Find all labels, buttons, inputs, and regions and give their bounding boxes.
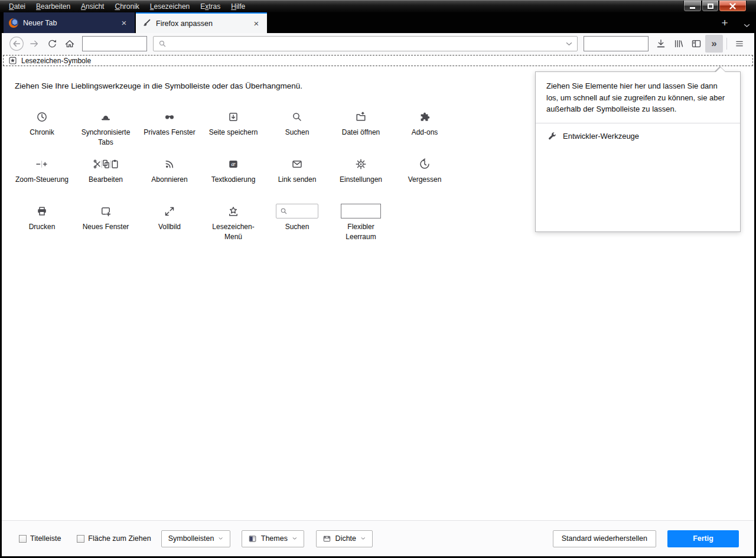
new-window-icon bbox=[100, 203, 112, 219]
bookmarks-drop-target[interactable]: Lesezeichen-Symbole bbox=[3, 55, 753, 66]
dropdown-label: Dichte bbox=[335, 534, 356, 543]
synced-tabs-icon bbox=[100, 109, 112, 125]
palette-item-drucken[interactable]: Drucken bbox=[10, 198, 74, 246]
chevron-down-icon bbox=[361, 537, 366, 540]
dragspace-checkbox[interactable] bbox=[77, 535, 84, 543]
firefox-logo-icon bbox=[9, 18, 18, 28]
menu-ansicht[interactable]: Ansicht bbox=[76, 1, 109, 12]
overflow-item-entwickler-werkzeuge[interactable]: Entwickler-Werkzeuge bbox=[536, 123, 740, 149]
palette-item-add-ons[interactable]: Add-ons bbox=[393, 104, 457, 151]
palette-item-lesezeichen-menue[interactable]: Lesezeichen-Menü bbox=[201, 198, 265, 246]
home-button[interactable] bbox=[61, 35, 79, 53]
new-tab-button[interactable] bbox=[717, 17, 732, 30]
customize-intro-text: Ziehen Sie Ihre Lieblingswerkzeuge in di… bbox=[15, 81, 302, 90]
tab-firefox-anpassen[interactable]: Firefox anpassen bbox=[136, 12, 267, 33]
palette-item-flexibler-leerraum[interactable]: Flexibler Leerraum bbox=[329, 198, 393, 246]
back-icon bbox=[9, 36, 24, 51]
palette-item-zoom-steuerung[interactable]: Zoom-Steuerung bbox=[10, 151, 74, 198]
close-tab-icon[interactable] bbox=[119, 18, 129, 28]
svg-text:æ: æ bbox=[231, 161, 235, 167]
palette-item-privates-fenster[interactable]: Privates Fenster bbox=[138, 104, 201, 151]
overflow-panel-text: Ziehen Sie Elemente hier her und lassen … bbox=[536, 72, 740, 123]
chevron-down-icon bbox=[744, 24, 750, 28]
palette-item-einstellungen[interactable]: Einstellungen bbox=[329, 151, 393, 198]
themes-dropdown[interactable]: Themes bbox=[242, 530, 304, 547]
palette-item-link-senden[interactable]: Link senden bbox=[265, 151, 329, 198]
toolbars-dropdown[interactable]: Symbolleisten bbox=[161, 530, 230, 547]
menu-bearbeiten[interactable]: Bearbeiten bbox=[31, 1, 76, 12]
menu-hilfe[interactable]: Hilfe bbox=[226, 1, 250, 12]
menu-extras[interactable]: Extras bbox=[195, 1, 226, 12]
palette-item-synchronisierte-tabs[interactable]: Synchronisierte Tabs bbox=[74, 104, 138, 151]
address-bar[interactable] bbox=[153, 36, 578, 51]
flexible-space[interactable] bbox=[82, 36, 147, 51]
bookmarks-toolbar-label: Lesezeichen-Symbole bbox=[21, 57, 91, 65]
palette-item-suchleiste[interactable]: Suchen bbox=[265, 198, 329, 246]
palette-item-vollbild[interactable]: Vollbild bbox=[138, 198, 201, 246]
overflow-chevrons-icon bbox=[711, 38, 716, 50]
search-icon bbox=[158, 40, 167, 48]
open-file-icon bbox=[355, 109, 367, 125]
close-tab-icon[interactable] bbox=[251, 18, 262, 29]
palette-item-seite-speichern[interactable]: Seite speichern bbox=[201, 104, 265, 151]
palette-item-suchen[interactable]: Suchen bbox=[265, 104, 329, 151]
close-window-button[interactable] bbox=[719, 1, 747, 12]
download-button[interactable] bbox=[652, 35, 670, 53]
maximize-button[interactable] bbox=[702, 1, 719, 12]
palette-item-bearbeiten[interactable]: Bearbeiten bbox=[74, 151, 138, 198]
chevron-down-icon[interactable] bbox=[566, 42, 572, 46]
density-dropdown[interactable]: Dichte bbox=[316, 530, 373, 547]
overflow-menu-button[interactable] bbox=[705, 35, 723, 53]
printer-icon bbox=[36, 203, 48, 219]
minimize-button[interactable] bbox=[683, 1, 702, 12]
checkbox-label: Titelleiste bbox=[30, 534, 61, 543]
theme-preview-icon bbox=[249, 534, 256, 544]
download-icon bbox=[656, 38, 666, 49]
clock-icon bbox=[36, 109, 48, 125]
search-icon bbox=[291, 109, 303, 125]
navigation-toolbar bbox=[2, 33, 754, 54]
main-menu-button[interactable] bbox=[731, 35, 748, 53]
titlebar-checkbox-row[interactable]: Titelleiste bbox=[19, 534, 61, 543]
sidebar-icon bbox=[691, 38, 702, 49]
window-controls bbox=[683, 1, 747, 12]
overflow-item-label: Entwickler-Werkzeuge bbox=[563, 132, 639, 141]
firefox-window: Datei Bearbeiten Ansicht Chronik Lesezei… bbox=[0, 0, 756, 558]
dragspace-checkbox-row[interactable]: Fläche zum Ziehen bbox=[77, 534, 151, 543]
palette-item-abonnieren[interactable]: Abonnieren bbox=[138, 151, 201, 198]
palette-item-vergessen[interactable]: Vergessen bbox=[393, 151, 457, 198]
back-button[interactable] bbox=[8, 35, 25, 53]
overflow-panel[interactable]: Ziehen Sie Elemente hier her und lassen … bbox=[535, 71, 741, 232]
menu-lesezeichen[interactable]: Lesezeichen bbox=[145, 1, 195, 12]
home-icon bbox=[64, 38, 75, 49]
library-button[interactable] bbox=[670, 35, 687, 53]
forward-button[interactable] bbox=[25, 35, 43, 53]
titlebar-checkbox[interactable] bbox=[19, 535, 27, 543]
bookmark-star-menu-icon bbox=[227, 203, 239, 219]
restore-defaults-button[interactable]: Standard wiederherstellen bbox=[553, 530, 656, 547]
reload-button[interactable] bbox=[43, 35, 61, 53]
menubar: Datei Bearbeiten Ansicht Chronik Lesezei… bbox=[0, 1, 250, 12]
menu-datei[interactable]: Datei bbox=[4, 1, 31, 12]
puzzle-icon bbox=[419, 109, 431, 125]
flexible-space-widget bbox=[341, 203, 381, 219]
sidebar-button[interactable] bbox=[687, 35, 705, 53]
done-button[interactable]: Fertig bbox=[667, 530, 739, 547]
flexible-space[interactable] bbox=[584, 36, 649, 51]
close-icon bbox=[729, 3, 736, 9]
palette-item-neues-fenster[interactable]: Neues Fenster bbox=[74, 198, 138, 246]
palette-item-chronik[interactable]: Chronik bbox=[10, 104, 74, 151]
reload-icon bbox=[47, 39, 57, 49]
dropdown-label: Symbolleisten bbox=[168, 534, 214, 543]
rss-icon bbox=[164, 156, 175, 172]
palette-item-datei-oeffnen[interactable]: Datei öffnen bbox=[329, 104, 393, 151]
list-all-tabs-button[interactable] bbox=[744, 19, 750, 30]
menu-chronik[interactable]: Chronik bbox=[109, 1, 144, 12]
text-encoding-icon: æ bbox=[227, 156, 239, 172]
tab-title: Firefox anpassen bbox=[156, 19, 246, 28]
private-mask-icon bbox=[164, 109, 175, 125]
palette-item-textkodierung[interactable]: æ Textkodierung bbox=[201, 151, 265, 198]
tab-neuer-tab[interactable]: Neuer Tab bbox=[4, 12, 135, 33]
search-field-widget bbox=[276, 203, 318, 219]
customize-footer: Titelleiste Fläche zum Ziehen Symbolleis… bbox=[2, 520, 754, 556]
